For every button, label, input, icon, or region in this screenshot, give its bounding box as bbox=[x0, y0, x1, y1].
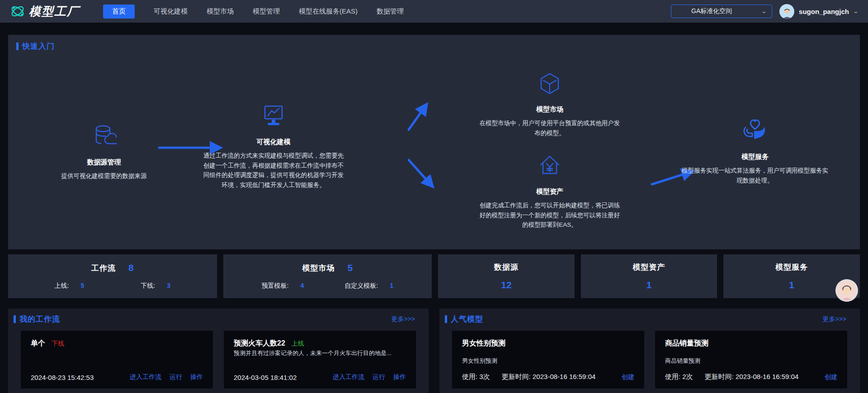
my-workflows-header: 我的工作流 bbox=[14, 314, 60, 324]
nav-item-data-management[interactable]: 数据管理 bbox=[377, 5, 404, 19]
operations-link[interactable]: 操作 bbox=[393, 373, 406, 381]
stat-detail-label: 自定义模板: bbox=[344, 282, 378, 290]
stat-detail-value: 4 bbox=[300, 282, 304, 290]
popular-models-title: 人气模型 bbox=[451, 314, 483, 324]
model-card: 男女性别预测 男女性别预测 使用: 3次 更新时间: 2023-08-16 16… bbox=[452, 331, 644, 388]
my-workflows-title: 我的工作流 bbox=[19, 314, 60, 324]
step-title: 模型服务 bbox=[741, 153, 769, 161]
create-link[interactable]: 创建 bbox=[622, 373, 634, 381]
model-name: 商品销量预测 bbox=[665, 339, 708, 348]
quick-start-panel: 快速入门 数据源管理 提供可视化建模需要的数据来源 bbox=[8, 35, 860, 249]
nav-item-model-management[interactable]: 模型管理 bbox=[253, 5, 280, 19]
step-visual-modeling: 可视化建模 通过工作流的方式来实现建模与模型调试，您需要先创建一个工作流，再根据… bbox=[201, 103, 346, 190]
step-desc: 提供可视化建模需要的数据来源 bbox=[61, 171, 147, 181]
stat-title: 模型市场 bbox=[302, 263, 335, 273]
model-updated: 更新时间: 2023-08-16 16:59:04 bbox=[705, 373, 799, 381]
stats-row: 工作流 8 上线:5 下线:3 模型市场 5 预置模板:4 自定义模板:1 数据… bbox=[8, 254, 860, 298]
arrow-down-right-icon bbox=[409, 160, 432, 186]
step-desc: 创建完成工作流后，您可以开始构建模型，将已训练好的模型注册为一个新的模型，后续您… bbox=[477, 201, 622, 230]
stat-card-model-market: 模型市场 5 预置模板:4 自定义模板:1 bbox=[223, 254, 432, 298]
quick-start-title: 快速入门 bbox=[22, 41, 55, 51]
cube-icon bbox=[538, 72, 561, 95]
stat-detail-label: 上线: bbox=[55, 282, 69, 290]
nav-item-model-market[interactable]: 模型市场 bbox=[207, 5, 234, 19]
run-link[interactable]: 运行 bbox=[373, 373, 385, 381]
step-desc: 通过工作流的方式来实现建模与模型调试，您需要先创建一个工作流，再根据建模需求在工… bbox=[201, 151, 346, 190]
stat-detail-value: 1 bbox=[390, 282, 393, 290]
nav-item-home[interactable]: 首页 bbox=[103, 5, 135, 19]
workflow-name: 预测火车人数22 bbox=[234, 339, 285, 348]
model-usage: 使用: 3次 bbox=[462, 373, 490, 381]
popular-models-more-link[interactable]: 更多>>> bbox=[822, 315, 846, 323]
step-title: 数据源管理 bbox=[87, 158, 121, 167]
stat-card-data-sources: 数据源 12 bbox=[438, 254, 575, 298]
workspace-select[interactable]: GA标准化空间 ⌄ bbox=[671, 5, 772, 18]
section-bar-icon bbox=[445, 315, 447, 323]
stat-detail-value: 3 bbox=[167, 282, 170, 290]
stat-value: 5 bbox=[347, 262, 353, 273]
model-updated: 更新时间: 2023-08-16 16:59:04 bbox=[502, 373, 596, 381]
arrow-up-right-icon bbox=[409, 105, 426, 130]
popular-models-section: 人气模型 更多>>> 男女性别预测 男女性别预测 使用: 3次 更新时间: 20… bbox=[439, 309, 860, 393]
section-bar-icon bbox=[16, 42, 19, 50]
quick-start-header: 快速入门 bbox=[16, 41, 55, 51]
heart-hand-icon bbox=[742, 117, 768, 143]
enter-workflow-link[interactable]: 进入工作流 bbox=[333, 373, 364, 381]
database-cloud-icon bbox=[91, 123, 117, 148]
my-workflows-more-link[interactable]: 更多>>> bbox=[391, 315, 415, 323]
avatar-face-icon bbox=[781, 7, 793, 19]
brand-atom-icon bbox=[10, 4, 25, 19]
operations-link[interactable]: 操作 bbox=[190, 373, 203, 381]
nav-item-visual-modeling[interactable]: 可视化建模 bbox=[154, 5, 188, 19]
username-label: sugon_pangjch bbox=[799, 8, 849, 15]
user-chevron-down-icon: ⌄ bbox=[853, 8, 859, 14]
workflow-time: 2024-08-23 15:42:53 bbox=[31, 374, 94, 381]
bottom-sections: 我的工作流 更多>>> 单个 下线 2024-08-23 15:42:53 进入… bbox=[8, 309, 860, 393]
step-desc: 模型服务实现一站式算法服务，用户可调用模型服务实现数据处理。 bbox=[680, 166, 830, 185]
popular-models-header: 人气模型 bbox=[445, 314, 483, 324]
model-card: 商品销量预测 商品销量预测 使用: 2次 更新时间: 2023-08-16 16… bbox=[655, 331, 847, 388]
user-menu[interactable]: sugon_pangjch ⌄ bbox=[779, 4, 858, 19]
stat-value: 12 bbox=[438, 280, 575, 290]
create-link[interactable]: 创建 bbox=[825, 373, 837, 381]
workflow-card: 单个 下线 2024-08-23 15:42:53 进入工作流 运行 操作 bbox=[21, 331, 213, 388]
stat-title: 工作流 bbox=[91, 263, 116, 273]
nav-item-eas-service[interactable]: 模型在线服务(EAS) bbox=[299, 5, 358, 19]
floating-avatar[interactable] bbox=[837, 281, 857, 300]
stat-title: 数据源 bbox=[494, 262, 519, 272]
step-title: 可视化建模 bbox=[257, 138, 291, 146]
workflow-time: 2024-03-05 18:41:02 bbox=[234, 374, 297, 381]
stat-detail-label: 下线: bbox=[141, 282, 155, 290]
model-name: 男女性别预测 bbox=[462, 339, 505, 348]
workflow-card: 预测火车人数22 上线 预测并且有过涉案记录的人，未来一个月火车出行目的地是..… bbox=[224, 331, 416, 388]
step-data-source: 数据源管理 提供可视化建模需要的数据来源 bbox=[36, 123, 172, 181]
model-usage: 使用: 2次 bbox=[665, 373, 693, 381]
workflow-status-badge: 下线 bbox=[52, 340, 64, 348]
model-desc: 商品销量预测 bbox=[665, 357, 837, 365]
stat-detail-value: 5 bbox=[80, 282, 84, 290]
brand-title: 模型工厂 bbox=[29, 4, 80, 19]
section-bar-icon bbox=[14, 315, 16, 323]
step-title: 模型市场 bbox=[536, 105, 563, 114]
my-workflows-section: 我的工作流 更多>>> 单个 下线 2024-08-23 15:42:53 进入… bbox=[8, 309, 429, 393]
stat-value: 8 bbox=[128, 262, 134, 273]
workspace-select-value: GA标准化空间 bbox=[691, 7, 732, 15]
stat-title: 模型服务 bbox=[775, 262, 808, 272]
step-title: 模型资产 bbox=[536, 187, 563, 196]
step-model-market: 模型市场 在模型市场中，用户可使用平台预置的或其他用户发布的模型。 bbox=[477, 72, 622, 138]
enter-workflow-link[interactable]: 进入工作流 bbox=[130, 373, 161, 381]
user-avatar bbox=[779, 4, 794, 19]
step-desc: 在模型市场中，用户可使用平台预置的或其他用户发布的模型。 bbox=[477, 118, 622, 138]
run-link[interactable]: 运行 bbox=[170, 373, 182, 381]
floating-avatar-face-icon bbox=[839, 285, 854, 300]
stat-card-workflows: 工作流 8 上线:5 下线:3 bbox=[8, 254, 217, 298]
model-desc: 男女性别预测 bbox=[462, 357, 634, 365]
stat-detail-label: 预置模板: bbox=[262, 282, 289, 290]
monitor-chart-icon bbox=[261, 103, 286, 128]
chevron-down-icon: ⌄ bbox=[761, 8, 767, 14]
stat-card-model-assets: 模型资产 1 bbox=[581, 254, 717, 298]
brand: 模型工厂 bbox=[10, 4, 80, 19]
workflow-name: 单个 bbox=[31, 339, 45, 348]
house-yen-icon bbox=[537, 152, 562, 178]
workflow-status-badge: 上线 bbox=[292, 340, 304, 348]
